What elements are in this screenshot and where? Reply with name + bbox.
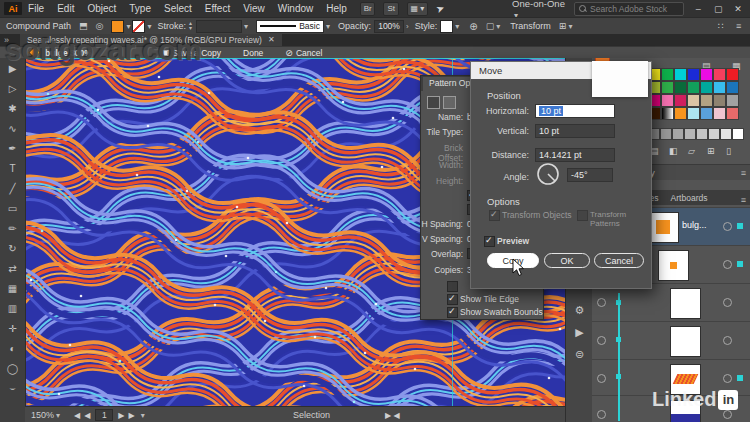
- mesh-tool[interactable]: ▦: [0, 278, 25, 298]
- swatch-3-2[interactable]: [674, 107, 687, 120]
- hand-tool[interactable]: ⌣: [0, 378, 25, 398]
- layer-thumbnail[interactable]: [648, 212, 679, 243]
- angle-dial[interactable]: [535, 161, 561, 187]
- menu-item-effect[interactable]: Effect: [205, 3, 230, 14]
- ok-button[interactable]: OK: [544, 253, 590, 268]
- gradient-tool[interactable]: ▥: [0, 298, 25, 318]
- swatch-0-5[interactable]: [713, 68, 726, 81]
- swatch-2-2[interactable]: [674, 94, 687, 107]
- show-tile-edge-checkbox[interactable]: [447, 294, 458, 305]
- cancel-button[interactable]: Cancel: [594, 253, 644, 268]
- type-tool[interactable]: T: [0, 158, 25, 178]
- swatch-0-6[interactable]: [726, 68, 739, 81]
- swatch-2-6[interactable]: [726, 94, 739, 107]
- menu-item-file[interactable]: File: [28, 3, 44, 14]
- swatch-1-2[interactable]: [674, 81, 687, 94]
- menu-item-edit[interactable]: Edit: [57, 3, 74, 14]
- dim-copies-checkbox[interactable]: [447, 281, 458, 292]
- zoom-tool[interactable]: ◯: [0, 358, 25, 378]
- menu-item-select[interactable]: Select: [164, 3, 192, 14]
- brush-chevron-icon[interactable]: ▾: [326, 22, 330, 31]
- menu-item-help[interactable]: Help: [326, 3, 347, 14]
- document-setup-globe-icon[interactable]: ⊕: [469, 21, 477, 32]
- magic-wand-tool[interactable]: ✱: [0, 98, 25, 118]
- layer-target-icon[interactable]: [723, 260, 732, 269]
- close-button[interactable]: ✕: [732, 4, 744, 14]
- gray-swatch-7[interactable]: [732, 128, 744, 140]
- preview-checkbox[interactable]: [484, 236, 495, 247]
- layer-eye-icon[interactable]: [597, 336, 606, 345]
- layer-eye-icon[interactable]: [597, 298, 606, 307]
- pattern-cancel-button[interactable]: ⊘ Cancel: [285, 48, 322, 58]
- stock-button[interactable]: St: [383, 2, 399, 16]
- blend-tool[interactable]: ◐: [0, 338, 25, 358]
- next-artboard-icon[interactable]: ▶: [118, 411, 124, 420]
- new-folder-icon[interactable]: ▱: [688, 146, 695, 156]
- gray-swatch-2[interactable]: [672, 128, 684, 140]
- swatch-0-2[interactable]: [674, 68, 687, 81]
- last-artboard-icon[interactable]: ▶: [129, 411, 135, 420]
- search-input[interactable]: Search Adobe Stock: [574, 2, 684, 16]
- swatch-1-6[interactable]: [726, 81, 739, 94]
- menu-item-window[interactable]: Window: [278, 3, 314, 14]
- show-swatch-bounds-checkbox[interactable]: [447, 307, 458, 318]
- layer-name[interactable]: bulg...: [682, 220, 707, 230]
- swatch-1-1[interactable]: [661, 81, 674, 94]
- status-drag-icon[interactable]: ▶ ◀: [385, 411, 400, 420]
- artboard-nav-chevron-icon[interactable]: ▾: [141, 411, 145, 420]
- layer-thumbnail[interactable]: [670, 288, 701, 319]
- align-chevron-icon[interactable]: ▾: [568, 22, 572, 31]
- opacity-value[interactable]: 100%: [374, 20, 404, 33]
- style-swatch[interactable]: [440, 20, 453, 33]
- layer-target-icon[interactable]: [723, 298, 732, 307]
- layer-thumbnail[interactable]: [658, 250, 689, 281]
- target-icon[interactable]: ◎: [96, 21, 104, 31]
- layer-target-icon[interactable]: [723, 374, 732, 383]
- stroke-stepper[interactable]: ▴▾: [189, 21, 192, 31]
- swatch-3-5[interactable]: [713, 107, 726, 120]
- gray-swatch-3[interactable]: [684, 128, 696, 140]
- stroke-chevron-icon[interactable]: ▾: [147, 22, 151, 31]
- direct-selection-tool[interactable]: ▷: [0, 78, 25, 98]
- gray-swatch-4[interactable]: [696, 128, 708, 140]
- layer-target-icon[interactable]: [723, 336, 732, 345]
- stroke-color-swatch[interactable]: [132, 20, 145, 33]
- document-close-icon[interactable]: ✕: [268, 35, 275, 44]
- swatch-1-5[interactable]: [713, 81, 726, 94]
- pattern-tile-tool-icon-2[interactable]: [443, 96, 456, 109]
- brush-dropdown[interactable]: Basic: [256, 20, 324, 33]
- line-tool[interactable]: ╱: [0, 178, 25, 198]
- minimize-button[interactable]: –: [692, 4, 704, 14]
- gray-swatch-1[interactable]: [660, 128, 672, 140]
- dock-actions-icon[interactable]: ▶: [566, 322, 593, 342]
- fill-color-swatch[interactable]: [111, 20, 124, 33]
- delete-swatch-icon[interactable]: ▯: [726, 146, 731, 156]
- distance-field[interactable]: 14.1421 pt: [535, 148, 615, 162]
- vertical-field[interactable]: 10 pt: [535, 124, 615, 138]
- swatch-kinds-icon[interactable]: ◧: [669, 146, 678, 156]
- layer-target-icon[interactable]: [723, 222, 732, 231]
- zoom-level[interactable]: 150%: [31, 410, 54, 420]
- transform-patterns-checkbox[interactable]: [577, 210, 588, 221]
- swatch-1-3[interactable]: [687, 81, 700, 94]
- bridge-button[interactable]: Br: [360, 2, 376, 16]
- gray-swatch-5[interactable]: [708, 128, 720, 140]
- pen-tool[interactable]: ✒: [0, 138, 25, 158]
- rectangle-tool[interactable]: ▭: [0, 198, 25, 218]
- swatch-0-1[interactable]: [661, 68, 674, 81]
- swatch-2-4[interactable]: [700, 94, 713, 107]
- menu-item-type[interactable]: Type: [129, 3, 151, 14]
- gray-swatch-6[interactable]: [720, 128, 732, 140]
- lasso-tool[interactable]: ∿: [0, 118, 25, 138]
- swatch-3-3[interactable]: [687, 107, 700, 120]
- layer-thumbnail[interactable]: [670, 326, 701, 357]
- preferences-icon[interactable]: ▢: [486, 21, 495, 31]
- swatch-0-4[interactable]: [700, 68, 713, 81]
- tab-artboards[interactable]: Artboards: [665, 191, 714, 205]
- swatch-2-1[interactable]: [661, 94, 674, 107]
- new-swatch-icon[interactable]: ⊞: [707, 146, 715, 156]
- layer-target-icon[interactable]: [723, 410, 732, 419]
- swatch-3-1[interactable]: [661, 107, 674, 120]
- align-icon[interactable]: ⊞: [559, 21, 567, 31]
- menu-item-object[interactable]: Object: [87, 3, 116, 14]
